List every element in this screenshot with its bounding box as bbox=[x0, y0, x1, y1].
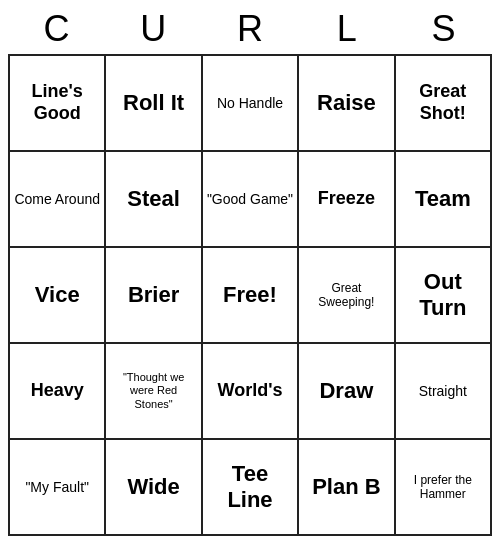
cell-17: World's bbox=[203, 344, 299, 440]
cell-3: Raise bbox=[299, 56, 395, 152]
cell-13: Great Sweeping! bbox=[299, 248, 395, 344]
cell-text-12: Free! bbox=[223, 282, 277, 308]
cell-text-5: Come Around bbox=[14, 191, 100, 208]
cell-text-11: Brier bbox=[128, 282, 179, 308]
cell-text-19: Straight bbox=[419, 383, 467, 400]
letter-r: R bbox=[202, 8, 299, 50]
cell-4: Great Shot! bbox=[396, 56, 492, 152]
cell-text-23: Plan B bbox=[312, 474, 380, 500]
cell-text-0: Line's Good bbox=[14, 81, 100, 124]
letter-c: C bbox=[8, 8, 105, 50]
letter-l: L bbox=[298, 8, 395, 50]
cell-8: Freeze bbox=[299, 152, 395, 248]
cell-6: Steal bbox=[106, 152, 202, 248]
cell-16: "Thought we were Red Stones" bbox=[106, 344, 202, 440]
cell-11: Brier bbox=[106, 248, 202, 344]
cell-text-17: World's bbox=[218, 380, 283, 402]
cell-text-7: "Good Game" bbox=[207, 191, 293, 208]
cell-text-1: Roll It bbox=[123, 90, 184, 116]
cell-19: Straight bbox=[396, 344, 492, 440]
cell-text-8: Freeze bbox=[318, 188, 375, 210]
cell-text-15: Heavy bbox=[31, 380, 84, 402]
cell-text-4: Great Shot! bbox=[400, 81, 486, 124]
cell-text-16: "Thought we were Red Stones" bbox=[110, 371, 196, 411]
cell-text-6: Steal bbox=[127, 186, 180, 212]
cell-text-9: Team bbox=[415, 186, 471, 212]
cell-text-3: Raise bbox=[317, 90, 376, 116]
cell-text-22: Tee Line bbox=[207, 461, 293, 514]
cell-9: Team bbox=[396, 152, 492, 248]
cell-5: Come Around bbox=[10, 152, 106, 248]
cell-text-21: Wide bbox=[127, 474, 179, 500]
cell-10: Vice bbox=[10, 248, 106, 344]
cell-24: I prefer the Hammer bbox=[396, 440, 492, 536]
cell-text-13: Great Sweeping! bbox=[303, 281, 389, 310]
cell-15: Heavy bbox=[10, 344, 106, 440]
cell-text-14: Out Turn bbox=[400, 269, 486, 322]
cell-0: Line's Good bbox=[10, 56, 106, 152]
cell-7: "Good Game" bbox=[203, 152, 299, 248]
cell-text-24: I prefer the Hammer bbox=[400, 473, 486, 502]
cell-text-18: Draw bbox=[319, 378, 373, 404]
cell-20: "My Fault" bbox=[10, 440, 106, 536]
cell-14: Out Turn bbox=[396, 248, 492, 344]
cell-23: Plan B bbox=[299, 440, 395, 536]
cell-21: Wide bbox=[106, 440, 202, 536]
cell-18: Draw bbox=[299, 344, 395, 440]
cell-text-10: Vice bbox=[35, 282, 80, 308]
bingo-grid: Line's GoodRoll ItNo HandleRaiseGreat Sh… bbox=[8, 54, 492, 536]
cell-22: Tee Line bbox=[203, 440, 299, 536]
cell-1: Roll It bbox=[106, 56, 202, 152]
cell-text-2: No Handle bbox=[217, 95, 283, 112]
cell-12: Free! bbox=[203, 248, 299, 344]
letter-u: U bbox=[105, 8, 202, 50]
cell-text-20: "My Fault" bbox=[25, 479, 89, 496]
title-row: C U R L S bbox=[8, 8, 492, 50]
cell-2: No Handle bbox=[203, 56, 299, 152]
letter-s: S bbox=[395, 8, 492, 50]
